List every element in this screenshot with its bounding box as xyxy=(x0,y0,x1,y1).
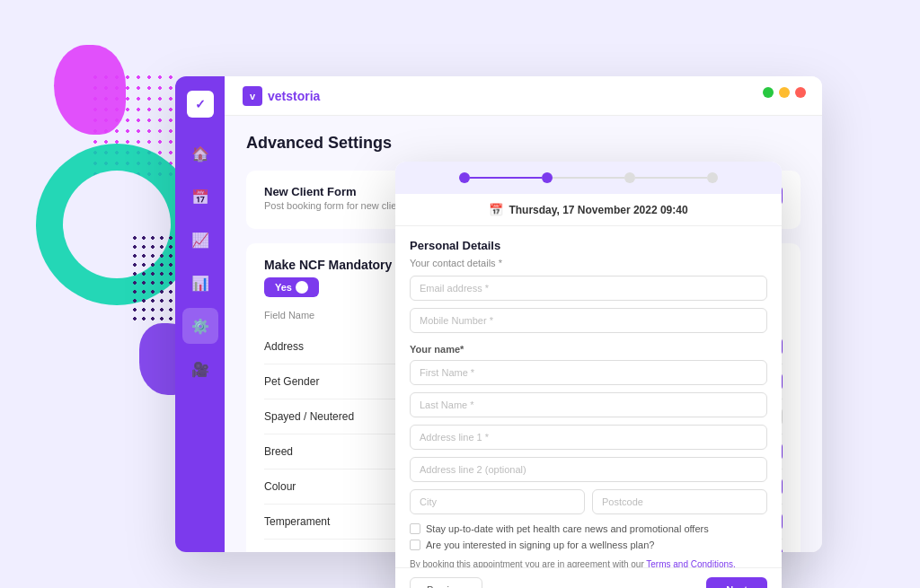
booking-progress xyxy=(395,162,782,194)
city-postcode-row xyxy=(410,489,767,514)
booking-footer: Previous Next xyxy=(395,567,782,588)
checkbox-row-2: Are you interested in signing up for a w… xyxy=(410,540,767,550)
field-label-pet-gender: Pet Gender xyxy=(264,375,381,388)
sidebar-item-analytics[interactable]: 📈 xyxy=(182,222,218,258)
booking-body: Personal Details Your contact details * … xyxy=(395,226,782,567)
progress-step-4 xyxy=(707,172,718,183)
field-label-colour: Colour xyxy=(264,480,381,493)
page-title: Advanced Settings xyxy=(246,134,801,153)
field-label-spayed: Spayed / Neutered xyxy=(264,410,381,423)
booking-date-text: Thursday, 17 November 2022 09:40 xyxy=(509,204,687,216)
logo-area: v vetstoria xyxy=(243,86,320,106)
sidebar: ✓ 🏠 📅 📈 📊 ⚙️ 🎥 xyxy=(175,76,225,552)
progress-line-3 xyxy=(635,177,707,179)
field-label-breed: Breed xyxy=(264,445,381,458)
logo-text: vetstoria xyxy=(268,89,320,103)
dot-yellow xyxy=(779,87,790,98)
sidebar-logo: ✓ xyxy=(187,91,214,118)
field-label-age: Age xyxy=(264,550,381,552)
sidebar-item-calendar[interactable]: 📅 xyxy=(182,179,218,215)
field-label-temperament: Temperament xyxy=(264,515,381,528)
email-field[interactable] xyxy=(410,276,767,301)
progress-line-2 xyxy=(553,177,624,179)
calendar-icon: 📅 xyxy=(489,203,503,216)
sidebar-item-home[interactable]: 🏠 xyxy=(182,136,218,171)
circle-green-inner xyxy=(63,171,171,278)
postcode-field[interactable] xyxy=(592,489,767,514)
mandatory-toggle-circle xyxy=(296,281,308,294)
previous-button[interactable]: Previous xyxy=(410,577,482,588)
checkbox-1[interactable] xyxy=(410,523,420,534)
field-label-address: Address xyxy=(264,340,381,353)
first-name-field[interactable] xyxy=(410,360,767,385)
address2-field[interactable] xyxy=(410,457,767,482)
booking-overlay: 📅 Thursday, 17 November 2022 09:40 Perso… xyxy=(395,162,782,588)
circle-green xyxy=(36,144,198,305)
mandatory-yes-toggle[interactable]: Yes xyxy=(264,277,319,297)
sidebar-item-settings[interactable]: ⚙️ xyxy=(182,308,218,344)
mandatory-yes-label: Yes xyxy=(275,282,292,293)
progress-step-2 xyxy=(542,172,553,183)
sidebar-item-reports[interactable]: 📊 xyxy=(182,265,218,301)
progress-step-3 xyxy=(624,172,635,183)
logo-icon: v xyxy=(243,86,262,106)
city-field[interactable] xyxy=(410,489,585,514)
checkbox-row-1: Stay up-to-date with pet health care new… xyxy=(410,523,767,534)
address1-field[interactable] xyxy=(410,425,767,450)
dot-red xyxy=(795,87,806,98)
booking-personal-title: Personal Details xyxy=(410,239,767,252)
next-button[interactable]: Next xyxy=(706,577,767,588)
booking-contact-label: Your contact details * xyxy=(410,258,767,268)
window-dots xyxy=(763,87,806,98)
checkbox-label-1: Stay up-to-date with pet health care new… xyxy=(426,523,709,534)
checkbox-2[interactable] xyxy=(410,540,420,550)
blob-magenta xyxy=(54,45,126,135)
progress-step-1 xyxy=(459,172,470,183)
header-bar: v vetstoria xyxy=(225,76,822,116)
name-section-label: Your name* xyxy=(410,344,767,355)
last-name-field[interactable] xyxy=(410,392,767,417)
dotted-pattern-magenta xyxy=(90,72,180,180)
checkbox-label-2: Are you interested in signing up for a w… xyxy=(426,540,654,550)
terms-text: By booking this appointment you are in a… xyxy=(410,557,767,567)
sidebar-item-video[interactable]: 🎥 xyxy=(182,351,218,387)
mobile-field[interactable] xyxy=(410,308,767,333)
checkboxes-section: Stay up-to-date with pet health care new… xyxy=(410,523,767,550)
dot-green xyxy=(763,87,774,98)
terms-conditions-link[interactable]: Terms and Conditions, xyxy=(646,559,736,567)
booking-date-header: 📅 Thursday, 17 November 2022 09:40 xyxy=(395,194,782,226)
progress-line-1 xyxy=(470,177,542,179)
